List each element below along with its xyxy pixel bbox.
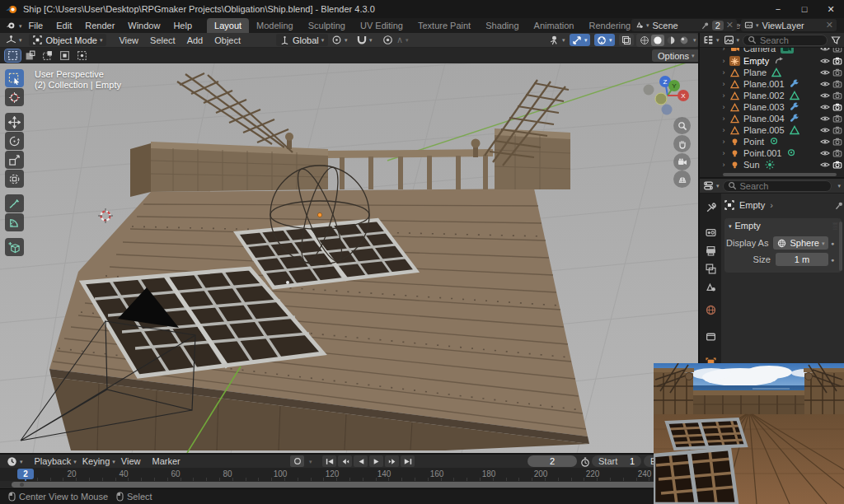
hide-eye-icon[interactable] [820, 79, 830, 89]
menu-view-timeline[interactable]: View [115, 454, 147, 469]
navigation-gizmo[interactable]: Z Y X [641, 74, 692, 120]
filter-icon[interactable] [831, 35, 841, 45]
snap-magnet-button[interactable]: ▾ [354, 34, 375, 46]
tab-render[interactable] [700, 223, 721, 241]
hide-eye-icon[interactable] [820, 68, 830, 77]
outliner-row-point[interactable]: › Point [700, 136, 844, 147]
render-visibility-icon[interactable] [832, 102, 842, 112]
expand-arrow-icon[interactable]: › [720, 48, 728, 53]
render-visibility-icon[interactable] [832, 68, 842, 77]
close-button[interactable]: ✕ [818, 0, 844, 18]
xray-toggle-button[interactable] [619, 34, 634, 46]
tool-rotate[interactable] [5, 132, 24, 150]
tab-texture-paint[interactable]: Texture Paint [410, 18, 478, 33]
tab-uv-editing[interactable]: UV Editing [353, 18, 410, 33]
outliner-row-camera[interactable]: › Camera [700, 48, 844, 54]
auto-key-button[interactable] [290, 455, 304, 467]
tool-measure[interactable] [5, 213, 24, 231]
tool-select-box[interactable] [5, 69, 24, 87]
render-visibility-icon[interactable] [832, 137, 842, 147]
expand-arrow-icon[interactable]: › [720, 57, 728, 65]
panel-grip-icon[interactable]: ░ [832, 222, 837, 230]
menu-select[interactable]: Select [144, 33, 181, 48]
prev-keyframe-button[interactable] [338, 455, 352, 467]
render-visibility-icon[interactable] [832, 148, 842, 158]
tool-annotate[interactable] [5, 194, 24, 212]
constraint-icon[interactable] [774, 56, 784, 66]
expand-arrow-icon[interactable]: › [720, 114, 728, 123]
display-as-dropdown[interactable]: Sphere ▾ [773, 236, 828, 250]
pin-icon[interactable] [701, 21, 710, 30]
outliner-row-empty[interactable]: › Empty [700, 55, 844, 67]
expand-arrow-icon[interactable]: › [720, 161, 728, 169]
outliner-row-plane005[interactable]: › Plane.005 [700, 124, 844, 136]
scene-users-badge[interactable]: 2 [712, 21, 724, 30]
render-visibility-icon[interactable] [832, 125, 842, 135]
outliner-row-plane004[interactable]: › Plane.004 [700, 113, 844, 124]
outliner-row-plane002[interactable]: › Plane.002 [700, 90, 844, 101]
jump-to-start-button[interactable] [322, 455, 336, 467]
scene-selector[interactable]: ▾ Scene 2 ✕ [631, 19, 737, 31]
outliner-row-plane001[interactable]: › Plane.001 [700, 78, 844, 90]
blender-menu-icon[interactable] [5, 20, 16, 31]
shading-wireframe-button[interactable] [638, 35, 651, 46]
point-light-data-icon[interactable] [769, 137, 779, 147]
timeline-editor-icon[interactable]: ▾ [4, 455, 26, 468]
scrollbar-handle-dot[interactable] [20, 483, 24, 487]
tab-world[interactable] [700, 301, 721, 319]
pin-icon[interactable] [835, 201, 844, 210]
current-frame-field[interactable]: 2 [528, 455, 577, 467]
play-button[interactable] [369, 455, 383, 467]
menu-keying[interactable]: Keying [77, 454, 116, 469]
mesh-data-icon[interactable] [790, 91, 799, 100]
hide-eye-icon[interactable] [820, 137, 830, 147]
render-visibility-icon[interactable] [832, 114, 842, 124]
viewlayer-selector[interactable]: ▾ ViewLayer ✕ [741, 19, 837, 31]
outliner-hscrollbar[interactable] [723, 173, 837, 176]
modifier-icon[interactable] [790, 114, 799, 124]
properties-scrollbar[interactable] [839, 222, 842, 271]
render-visibility-icon[interactable] [832, 79, 842, 89]
hide-eye-icon[interactable] [820, 91, 830, 100]
panel-collapse-icon[interactable]: ▾ [729, 223, 732, 229]
tab-collection[interactable] [700, 327, 721, 345]
render-visibility-icon[interactable] [832, 48, 842, 54]
properties-search-input[interactable]: Search [723, 180, 832, 192]
shading-rendered-button[interactable] [678, 35, 691, 46]
tool-add-cube[interactable] [5, 238, 24, 256]
remove-viewlayer-icon[interactable]: ✕ [826, 20, 833, 30]
menu-marker[interactable]: Marker [146, 454, 185, 469]
menu-object[interactable]: Object [209, 33, 246, 48]
hide-eye-icon[interactable] [820, 160, 830, 170]
hide-eye-icon[interactable] [820, 125, 830, 135]
select-mode-extend-button[interactable] [22, 49, 38, 62]
tool-transform[interactable] [5, 170, 24, 188]
menu-help[interactable]: Help [166, 18, 199, 33]
render-visibility-icon[interactable] [832, 56, 842, 66]
zoom-view-button[interactable] [673, 117, 691, 134]
hide-eye-icon[interactable] [820, 148, 830, 158]
axis-neg-x-ball[interactable] [644, 85, 654, 96]
perspective-toggle-button[interactable] [673, 170, 691, 188]
expand-arrow-icon[interactable]: › [720, 149, 728, 157]
animate-dot-icon[interactable]: ● [828, 257, 837, 263]
properties-editor-icon[interactable] [703, 180, 714, 191]
modifier-icon[interactable] [790, 79, 799, 89]
shading-material-button[interactable] [664, 35, 678, 46]
expand-arrow-icon[interactable]: › [720, 126, 728, 134]
viewport-canvas[interactable] [0, 63, 698, 453]
select-mode-subtract-button[interactable] [40, 49, 55, 62]
next-keyframe-button[interactable] [385, 455, 399, 467]
tab-view-layer[interactable] [700, 259, 721, 278]
select-mode-invert-button[interactable] [57, 49, 73, 62]
menu-render[interactable]: Render [78, 18, 121, 33]
tab-rendering[interactable]: Rendering [581, 18, 638, 33]
menu-add[interactable]: Add [181, 33, 209, 48]
expand-arrow-icon[interactable]: › [720, 80, 728, 88]
tab-sculpting[interactable]: Sculpting [301, 18, 353, 33]
tab-scene[interactable] [700, 278, 721, 296]
frame-start-field[interactable]: Start 1 [592, 455, 641, 467]
mesh-data-icon[interactable] [771, 68, 781, 77]
minimize-button[interactable]: − [765, 0, 791, 18]
point-light-data-icon[interactable] [786, 148, 796, 158]
